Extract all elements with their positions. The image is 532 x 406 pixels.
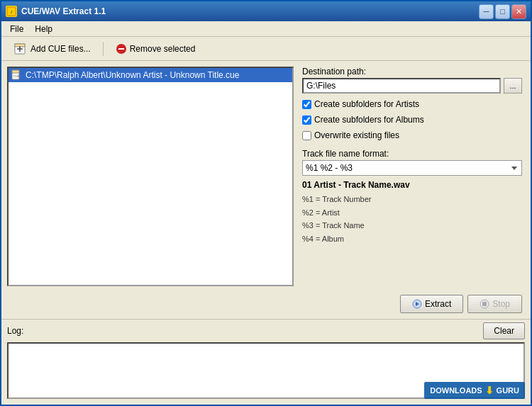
right-panel: Destination path: ... Create subfolders … [299, 61, 531, 319]
file-path: C:\TMP\Ralph Albert\Unknown Artist - Unk… [26, 70, 239, 80]
subfolders-artists-label: Create subfolders for Artists [314, 99, 419, 109]
destination-section: Destination path: ... [302, 67, 522, 94]
extract-icon [412, 299, 422, 309]
overwrite-checkbox[interactable] [302, 131, 311, 140]
file-list-item[interactable]: CUE C:\TMP\Ralph Albert\Unknown Artist -… [9, 68, 292, 82]
window-controls: ─ □ ✕ [479, 4, 526, 19]
app-icon: ♪ [6, 6, 17, 17]
legend-line4: %4 = Album [302, 232, 522, 246]
menu-help[interactable]: Help [29, 23, 58, 35]
log-header: Log: Clear [1, 320, 531, 341]
legend-line1: %1 = Track Number [302, 193, 522, 206]
subfolders-albums-checkbox[interactable] [302, 115, 311, 125]
stop-icon [480, 299, 489, 309]
svg-rect-9 [12, 70, 19, 73]
menu-file[interactable]: File [4, 23, 29, 35]
file-cue-icon: CUE [11, 69, 23, 81]
legend-line2: %2 = Artist [302, 206, 522, 220]
clear-log-button[interactable]: Clear [483, 322, 525, 339]
toolbar-separator [103, 42, 104, 56]
format-select[interactable]: %1 %2 - %3%1 - %2 - %3%2 - %3%3 [302, 160, 522, 176]
subfolders-albums-row: Create subfolders for Albums [302, 115, 522, 125]
file-list[interactable]: CUE C:\TMP\Ralph Albert\Unknown Artist -… [7, 67, 294, 286]
action-buttons: Extract Stop [302, 295, 522, 313]
title-bar: ♪ CUE/WAV Extract 1.1 ─ □ ✕ [1, 1, 531, 21]
extract-button[interactable]: Extract [400, 295, 463, 313]
log-content [7, 342, 525, 399]
menu-bar: File Help [1, 21, 531, 37]
add-cue-icon [13, 42, 28, 56]
subfolders-artists-row: Create subfolders for Artists [302, 99, 522, 109]
remove-icon [116, 43, 127, 55]
destination-label: Destination path: [302, 67, 522, 77]
minimize-button[interactable]: ─ [479, 4, 494, 19]
format-preview: 01 Artist - Track Name.wav [302, 180, 522, 190]
format-legend: %1 = Track Number %2 = Artist %3 = Track… [302, 193, 522, 246]
svg-text:♪: ♪ [10, 9, 13, 15]
add-cue-button[interactable]: Add CUE files... [7, 39, 97, 59]
overwrite-label: Overwrite existing files [314, 130, 399, 140]
svg-text:CUE: CUE [13, 74, 20, 78]
subfolders-albums-label: Create subfolders for Albums [314, 115, 424, 125]
log-section: Log: Clear [1, 319, 531, 405]
format-section: Track file name format: %1 %2 - %3%1 - %… [302, 149, 522, 246]
remove-selected-button[interactable]: Remove selected [109, 40, 202, 57]
destination-path-input[interactable] [302, 78, 501, 94]
stop-button[interactable]: Stop [467, 295, 522, 313]
subfolders-artists-checkbox[interactable] [302, 100, 311, 109]
legend-line3: %3 = Track Name [302, 219, 522, 232]
format-label: Track file name format: [302, 149, 522, 159]
main-content: CUE C:\TMP\Ralph Albert\Unknown Artist -… [1, 61, 531, 319]
left-panel: CUE C:\TMP\Ralph Albert\Unknown Artist -… [1, 61, 299, 319]
close-button[interactable]: ✕ [511, 4, 526, 19]
path-row: ... [302, 78, 522, 94]
main-window: ♪ CUE/WAV Extract 1.1 ─ □ ✕ File Help Ad… [0, 0, 532, 406]
maximize-button[interactable]: □ [495, 4, 510, 19]
window-title: CUE/WAV Extract 1.1 [21, 6, 479, 16]
browse-button[interactable]: ... [504, 78, 522, 94]
toolbar: Add CUE files... Remove selected [1, 37, 531, 61]
log-label: Log: [7, 326, 23, 336]
svg-rect-14 [482, 302, 487, 306]
overwrite-row: Overwrite existing files [302, 130, 522, 140]
